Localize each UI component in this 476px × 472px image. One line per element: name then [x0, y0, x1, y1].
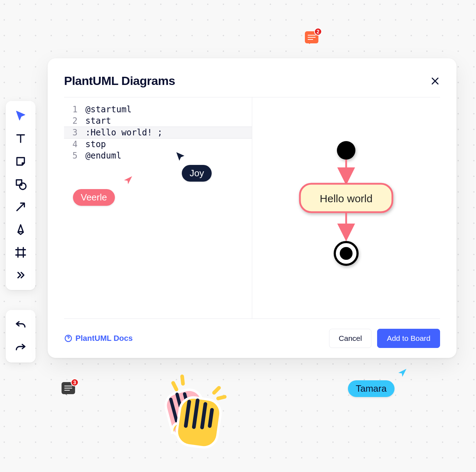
modal-title: PlantUML Diagrams: [64, 74, 175, 88]
uml-activity-label: Hello world: [320, 193, 372, 204]
add-to-board-button[interactable]: Add to Board: [377, 329, 440, 348]
tool-pointer[interactable]: [9, 104, 32, 127]
cursor-arrow-icon: [396, 367, 408, 380]
code-line: 2start: [64, 115, 252, 127]
svg-point-1: [20, 183, 26, 189]
svg-point-2: [340, 247, 353, 260]
comment-icon[interactable]: 3: [62, 382, 75, 394]
redo-button[interactable]: [9, 336, 32, 359]
close-button[interactable]: [430, 76, 440, 86]
undo-redo: [6, 310, 36, 363]
code-editor[interactable]: 1@startuml 2start 3:Hello world! ; 4stop…: [64, 97, 252, 318]
tool-more[interactable]: [9, 264, 32, 286]
diagram-preview: Hello world: [252, 97, 440, 318]
side-toolbar: [6, 101, 36, 290]
code-line: 1@startuml: [64, 104, 252, 115]
tool-shape[interactable]: [9, 173, 32, 195]
tool-frame[interactable]: [9, 241, 32, 264]
tool-sticky[interactable]: [9, 150, 32, 173]
undo-button[interactable]: [9, 313, 32, 336]
remote-cursor-label: Tamara: [348, 380, 395, 397]
code-line: 5@enduml: [64, 150, 252, 161]
code-line: 4stop: [64, 139, 252, 150]
cancel-button[interactable]: Cancel: [329, 329, 371, 348]
comment-count-badge: 2: [314, 28, 322, 36]
tool-pen[interactable]: [9, 218, 32, 241]
comment-count-badge: 3: [71, 379, 79, 386]
code-line: 3:Hello world! ;: [64, 127, 252, 139]
tool-text[interactable]: [9, 127, 32, 150]
help-icon: [64, 334, 73, 343]
docs-link[interactable]: PlantUML Docs: [64, 334, 133, 343]
clap-sticker: [149, 368, 231, 451]
tool-connector[interactable]: [9, 195, 32, 218]
uml-start-node: [337, 141, 355, 160]
comment-icon[interactable]: 2: [305, 31, 318, 43]
plantuml-modal: PlantUML Diagrams 1@startuml 2start 3:He…: [48, 58, 456, 358]
